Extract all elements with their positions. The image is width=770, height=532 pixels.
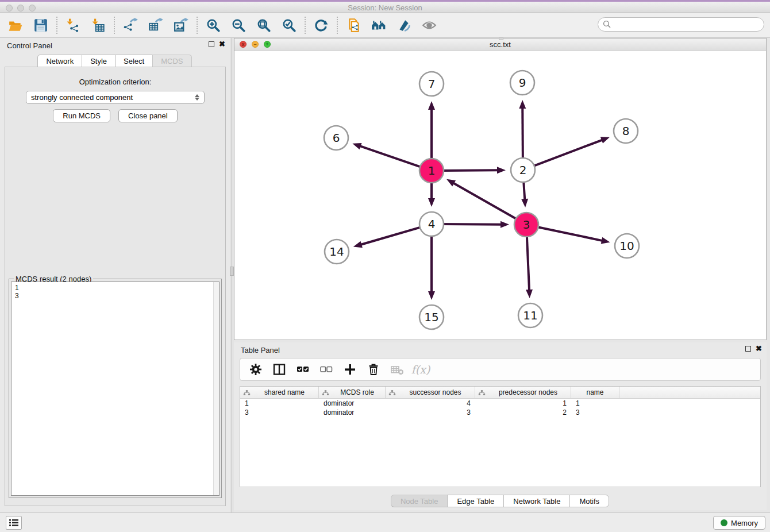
open-session-button[interactable] xyxy=(7,17,24,33)
table-cell-MCDS-role[interactable]: dominator xyxy=(319,408,386,417)
save-session-button[interactable] xyxy=(33,17,49,33)
edge-1-2[interactable] xyxy=(439,170,498,171)
edge-3-11[interactable] xyxy=(527,232,530,291)
close-table-panel-icon[interactable]: ✖ xyxy=(756,346,762,352)
network-graph[interactable]: 7968124314101511 xyxy=(234,51,766,340)
edge-3-10[interactable] xyxy=(534,226,603,241)
run-mcds-button[interactable]: Run MCDS xyxy=(53,109,110,122)
table-cell-name[interactable]: 3 xyxy=(571,408,619,417)
column-header-successor-nodes[interactable]: successor nodes xyxy=(386,387,475,398)
columns-button[interactable] xyxy=(272,362,287,377)
deselect-all-button[interactable] xyxy=(319,362,334,377)
first-neighbors-button[interactable] xyxy=(371,17,387,33)
mcds-result-text[interactable]: 1 3 xyxy=(11,282,220,496)
table-cell-shared-name[interactable]: 3 xyxy=(240,408,319,417)
export-table-icon xyxy=(148,18,163,33)
result-scrollbar[interactable] xyxy=(213,282,219,495)
close-panel-button[interactable]: Close panel xyxy=(118,109,178,122)
zoom-selected-button[interactable] xyxy=(281,17,297,33)
table-cell-successor-nodes[interactable]: 4 xyxy=(386,399,475,408)
add-icon xyxy=(343,363,357,376)
network-window-title: scc.txt xyxy=(234,40,766,49)
edge-arrowhead xyxy=(600,137,610,143)
delete-button[interactable] xyxy=(366,362,381,377)
float-panel-icon[interactable] xyxy=(209,41,214,47)
import-network-button[interactable] xyxy=(65,17,81,33)
zoom-in-button[interactable] xyxy=(205,17,221,33)
apply-style-icon xyxy=(396,18,411,33)
network-canvas[interactable]: 7968124314101511 xyxy=(234,51,766,340)
edge-arrowhead xyxy=(428,101,435,110)
search-input[interactable] xyxy=(598,17,764,32)
task-history-button[interactable] xyxy=(6,516,22,530)
table-cell-predecessor-nodes[interactable]: 2 xyxy=(475,408,571,417)
table-cell-successor-nodes[interactable]: 3 xyxy=(386,408,475,417)
clone-network-button[interactable] xyxy=(345,17,361,33)
panel-splitter-vertical[interactable] xyxy=(230,38,234,512)
criterion-select[interactable]: strongly connected component xyxy=(26,91,205,104)
table-row[interactable]: 3dominator323 xyxy=(240,408,760,417)
zoom-in-icon xyxy=(206,18,221,33)
zoom-fit-button[interactable] xyxy=(256,17,272,33)
zoom-out-button[interactable] xyxy=(230,17,247,33)
edge-2-9[interactable] xyxy=(522,107,523,163)
deselect-all-icon xyxy=(319,363,333,376)
table-row[interactable]: 1dominator411 xyxy=(240,399,760,408)
table-panel-title: Table Panel xyxy=(241,346,280,354)
edge-4-14[interactable] xyxy=(360,226,424,245)
window-titlebar: Session: New Session xyxy=(0,0,770,13)
import-table-button[interactable] xyxy=(90,17,106,33)
refresh-button[interactable] xyxy=(313,17,329,33)
edge-arrowhead xyxy=(519,100,526,109)
edge-arrowhead xyxy=(446,179,456,187)
column-header-shared-name[interactable]: shared name xyxy=(240,387,319,398)
select-all-button[interactable] xyxy=(295,362,310,377)
node-label-15: 15 xyxy=(424,310,438,324)
edge-arrowhead xyxy=(521,199,528,207)
column-header-predecessor-nodes[interactable]: predecessor nodes xyxy=(475,387,571,398)
tab-network[interactable]: Network xyxy=(37,55,82,67)
network-window-titlebar: x – + scc.txt xyxy=(234,38,766,51)
tab-style[interactable]: Style xyxy=(82,55,116,67)
edge-3-1[interactable] xyxy=(453,183,519,221)
add-button[interactable] xyxy=(342,362,357,377)
node-label-6: 6 xyxy=(333,131,340,145)
table-cell-name[interactable]: 1 xyxy=(571,399,619,408)
table-header-row: shared nameMCDS rolesuccessor nodesprede… xyxy=(240,387,760,399)
splitter-grip[interactable] xyxy=(230,267,234,276)
edge-4-3[interactable] xyxy=(439,224,502,225)
open-session-icon xyxy=(8,18,23,33)
settings-gear-button[interactable] xyxy=(248,362,263,377)
node-label-9: 9 xyxy=(519,76,526,90)
memory-label: Memory xyxy=(731,519,758,527)
edge-2-8[interactable] xyxy=(530,140,603,167)
edge-arrowhead xyxy=(428,198,435,207)
function-fx-icon: f(x) xyxy=(411,363,430,376)
column-header-MCDS-role[interactable]: MCDS role xyxy=(319,387,386,398)
float-table-panel-icon[interactable] xyxy=(745,346,751,352)
table-cell-MCDS-role[interactable]: dominator xyxy=(319,399,386,408)
export-table-button[interactable] xyxy=(148,17,164,33)
tab-motifs[interactable]: Motifs xyxy=(569,495,609,507)
tab-edge-table[interactable]: Edge Table xyxy=(447,495,504,507)
attribute-type-icon xyxy=(322,390,329,396)
tab-mcds[interactable]: MCDS xyxy=(152,55,191,67)
edge-1-6[interactable] xyxy=(360,146,425,168)
tab-node-table[interactable]: Node Table xyxy=(391,495,448,507)
export-image-button[interactable] xyxy=(173,17,189,33)
tab-select[interactable]: Select xyxy=(115,55,153,67)
column-header-name[interactable]: name xyxy=(571,387,619,398)
node-label-3: 3 xyxy=(523,218,530,232)
control-panel-title: Control Panel xyxy=(7,41,52,50)
splitter-grip-horizontal[interactable] xyxy=(499,37,503,40)
memory-button[interactable]: Memory xyxy=(713,516,765,530)
table-cell-shared-name[interactable]: 1 xyxy=(240,399,319,408)
mcds-result-group: MCDS result (2 nodes) 1 3 xyxy=(9,279,222,498)
apply-style-button[interactable] xyxy=(396,17,412,33)
table-cell-predecessor-nodes[interactable]: 1 xyxy=(475,399,571,408)
show-hide-button[interactable] xyxy=(421,17,437,33)
export-network-button[interactable] xyxy=(122,17,138,33)
tab-network-table[interactable]: Network Table xyxy=(503,495,570,507)
close-panel-icon[interactable]: ✖ xyxy=(219,41,225,47)
table-toolbar: f(x) xyxy=(240,358,761,381)
